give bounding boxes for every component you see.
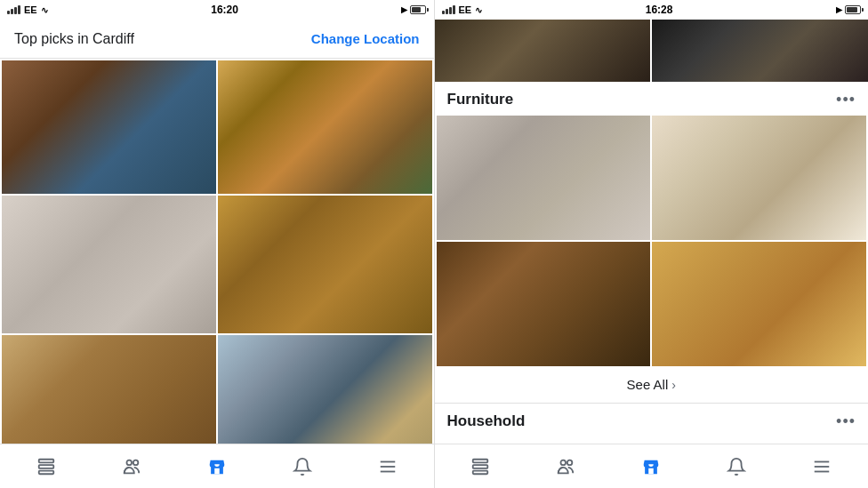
svg-rect-5 xyxy=(214,468,220,473)
wifi-icon-left: ∿ xyxy=(41,5,48,15)
nav-marketplace-left[interactable] xyxy=(174,444,260,488)
grid-item-piano[interactable] xyxy=(2,60,216,194)
nav-feed-right[interactable] xyxy=(438,444,524,488)
nav-marketplace-right[interactable] xyxy=(608,444,694,488)
signal-icon xyxy=(7,5,20,14)
time-right: 16:28 xyxy=(646,4,673,16)
signal-icon-right xyxy=(442,5,455,14)
wifi-icon-right: ∿ xyxy=(475,5,482,15)
nav-bell-right[interactable] xyxy=(694,444,779,488)
svg-rect-1 xyxy=(39,465,54,468)
furniture-more-button[interactable]: ••• xyxy=(836,92,856,108)
phone-right: EE ∿ 16:28 ▶ xyxy=(435,0,869,488)
status-left: EE ∿ xyxy=(7,4,48,15)
furniture-grid xyxy=(435,116,869,366)
phone-left: EE ∿ 16:20 ▶ Top picks in Cardiff Change… xyxy=(0,0,435,488)
nav-feed-left[interactable] xyxy=(4,444,89,488)
grid-item-wardrobe[interactable] xyxy=(2,335,216,444)
household-more-button[interactable]: ••• xyxy=(836,413,856,429)
household-title: Household xyxy=(447,412,526,430)
chevron-right-icon: › xyxy=(671,378,676,392)
furniture-item-mirror[interactable] xyxy=(437,242,651,366)
furniture-item-dresser[interactable] xyxy=(437,116,651,240)
furniture-item-coat-stand[interactable] xyxy=(652,116,866,240)
status-right-right: ▶ xyxy=(836,5,861,14)
svg-rect-11 xyxy=(473,470,488,474)
furniture-title: Furniture xyxy=(447,91,514,108)
see-all-label: See All xyxy=(627,377,669,392)
grid-item-chest-white[interactable] xyxy=(2,196,216,333)
svg-point-4 xyxy=(133,460,139,465)
svg-rect-0 xyxy=(39,459,54,462)
grid-item-wicker[interactable] xyxy=(218,196,432,333)
status-left-right: EE ∿ xyxy=(442,4,483,15)
svg-point-12 xyxy=(561,460,567,465)
status-right-left: ▶ xyxy=(401,5,426,14)
grid-container xyxy=(0,59,434,444)
see-all-furniture[interactable]: See All › xyxy=(435,366,869,404)
top-img-typewriter[interactable] xyxy=(652,20,868,82)
change-location-button[interactable]: Change Location xyxy=(311,31,420,46)
svg-rect-9 xyxy=(473,459,488,462)
nav-menu-left[interactable] xyxy=(345,444,430,488)
grid-item-books[interactable] xyxy=(218,60,432,194)
svg-rect-10 xyxy=(473,465,488,468)
nav-bell-left[interactable] xyxy=(260,444,345,488)
time-left: 16:20 xyxy=(211,4,238,16)
bottom-nav-right xyxy=(435,444,869,488)
top-images xyxy=(435,20,869,82)
bottom-nav-left xyxy=(0,444,434,488)
furniture-section-header: Furniture ••• xyxy=(435,82,869,116)
nav-menu-right[interactable] xyxy=(779,444,864,488)
carrier-left: EE xyxy=(24,4,37,15)
location-icon-right: ▶ xyxy=(836,5,842,14)
top-img-dark[interactable] xyxy=(435,20,651,82)
status-bar-right: EE ∿ 16:28 ▶ xyxy=(435,0,869,20)
right-scroll-content: Furniture ••• See All › xyxy=(435,20,869,444)
svg-point-3 xyxy=(126,460,132,465)
header-left: Top picks in Cardiff Change Location xyxy=(0,20,434,59)
svg-rect-2 xyxy=(39,470,54,474)
furniture-item-pine-chest[interactable] xyxy=(652,242,866,366)
battery-left xyxy=(410,5,426,14)
svg-point-13 xyxy=(567,460,573,465)
nav-people-left[interactable] xyxy=(89,444,174,488)
nav-people-right[interactable] xyxy=(523,444,608,488)
location-icon-left: ▶ xyxy=(401,5,407,14)
svg-rect-14 xyxy=(649,468,655,473)
status-bar-left: EE ∿ 16:20 ▶ xyxy=(0,0,434,20)
picks-grid-left xyxy=(0,59,434,444)
grid-item-lamp-room[interactable] xyxy=(218,335,432,444)
battery-right xyxy=(845,5,861,14)
household-section-header: Household ••• xyxy=(435,404,869,437)
header-title-left: Top picks in Cardiff xyxy=(14,31,134,47)
carrier-right: EE xyxy=(459,4,472,15)
